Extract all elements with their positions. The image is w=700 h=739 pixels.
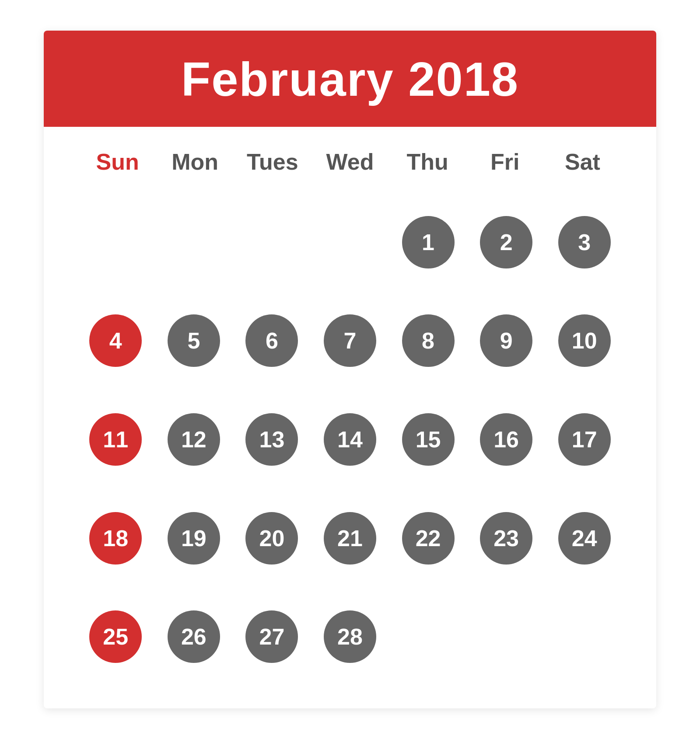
day-header-fri: Fri xyxy=(466,144,544,179)
calendar-cell[interactable]: 22 xyxy=(391,493,465,584)
day-header-sat: Sat xyxy=(544,144,621,179)
day-21[interactable]: 21 xyxy=(324,512,376,565)
calendar-cell[interactable]: 8 xyxy=(391,296,465,387)
day-17[interactable]: 17 xyxy=(558,413,611,466)
calendar-cell xyxy=(79,197,153,288)
day-13[interactable]: 13 xyxy=(245,413,298,466)
day-11[interactable]: 11 xyxy=(89,413,142,466)
day-27[interactable]: 27 xyxy=(245,610,298,663)
day-4[interactable]: 4 xyxy=(89,314,142,367)
day-23[interactable]: 23 xyxy=(480,512,532,565)
calendar-cell[interactable]: 17 xyxy=(547,394,621,485)
calendar-cell[interactable]: 21 xyxy=(313,493,387,584)
calendar-grid: 1234567891011121314151617181920212223242… xyxy=(79,197,621,682)
day-14[interactable]: 14 xyxy=(324,413,376,466)
calendar-cell[interactable]: 18 xyxy=(79,493,153,584)
calendar-cell[interactable]: 12 xyxy=(157,394,231,485)
day-18[interactable]: 18 xyxy=(89,512,142,565)
calendar-cell xyxy=(235,197,309,288)
day-26[interactable]: 26 xyxy=(168,610,220,663)
day-16[interactable]: 16 xyxy=(480,413,532,466)
calendar-cell[interactable]: 23 xyxy=(469,493,543,584)
calendar-cell[interactable]: 10 xyxy=(547,296,621,387)
calendar-cell xyxy=(547,591,621,682)
day-6[interactable]: 6 xyxy=(245,314,298,367)
calendar-cell[interactable]: 9 xyxy=(469,296,543,387)
calendar-cell[interactable]: 19 xyxy=(157,493,231,584)
day-22[interactable]: 22 xyxy=(402,512,455,565)
day-12[interactable]: 12 xyxy=(168,413,220,466)
calendar-cell[interactable]: 16 xyxy=(469,394,543,485)
calendar-cell[interactable]: 25 xyxy=(79,591,153,682)
calendar-cell[interactable]: 24 xyxy=(547,493,621,584)
calendar-cell[interactable]: 20 xyxy=(235,493,309,584)
calendar-cell[interactable]: 26 xyxy=(157,591,231,682)
calendar-body: SunMonTuesWedThuFriSat 12345678910111213… xyxy=(44,127,656,708)
calendar-cell xyxy=(313,197,387,288)
day-3[interactable]: 3 xyxy=(558,216,611,268)
calendar-cell[interactable]: 28 xyxy=(313,591,387,682)
calendar-cell[interactable]: 7 xyxy=(313,296,387,387)
day-1[interactable]: 1 xyxy=(402,216,455,268)
day-19[interactable]: 19 xyxy=(168,512,220,565)
day-9[interactable]: 9 xyxy=(480,314,532,367)
calendar-title: February 2018 xyxy=(181,51,519,107)
calendar-cell[interactable]: 6 xyxy=(235,296,309,387)
calendar-cell xyxy=(391,591,465,682)
day-header-mon: Mon xyxy=(156,144,234,179)
day-8[interactable]: 8 xyxy=(402,314,455,367)
calendar-cell[interactable]: 27 xyxy=(235,591,309,682)
day-header-tues: Tues xyxy=(234,144,311,179)
day-15[interactable]: 15 xyxy=(402,413,455,466)
calendar-cell[interactable]: 2 xyxy=(469,197,543,288)
day-7[interactable]: 7 xyxy=(324,314,376,367)
day-5[interactable]: 5 xyxy=(168,314,220,367)
calendar-cell[interactable]: 11 xyxy=(79,394,153,485)
day-10[interactable]: 10 xyxy=(558,314,611,367)
day-header-thu: Thu xyxy=(389,144,466,179)
calendar-cell[interactable]: 13 xyxy=(235,394,309,485)
day-headers: SunMonTuesWedThuFriSat xyxy=(79,144,621,179)
calendar-header: February 2018 xyxy=(44,31,656,127)
day-2[interactable]: 2 xyxy=(480,216,532,268)
calendar-cell[interactable]: 3 xyxy=(547,197,621,288)
calendar: February 2018 SunMonTuesWedThuFriSat 123… xyxy=(44,31,656,708)
calendar-cell[interactable]: 5 xyxy=(157,296,231,387)
calendar-cell[interactable]: 1 xyxy=(391,197,465,288)
day-20[interactable]: 20 xyxy=(245,512,298,565)
calendar-cell[interactable]: 15 xyxy=(391,394,465,485)
day-header-sun: Sun xyxy=(79,144,156,179)
day-28[interactable]: 28 xyxy=(324,610,376,663)
calendar-cell xyxy=(469,591,543,682)
day-25[interactable]: 25 xyxy=(89,610,142,663)
calendar-cell[interactable]: 14 xyxy=(313,394,387,485)
calendar-cell xyxy=(157,197,231,288)
day-24[interactable]: 24 xyxy=(558,512,611,565)
calendar-cell[interactable]: 4 xyxy=(79,296,153,387)
day-header-wed: Wed xyxy=(311,144,388,179)
